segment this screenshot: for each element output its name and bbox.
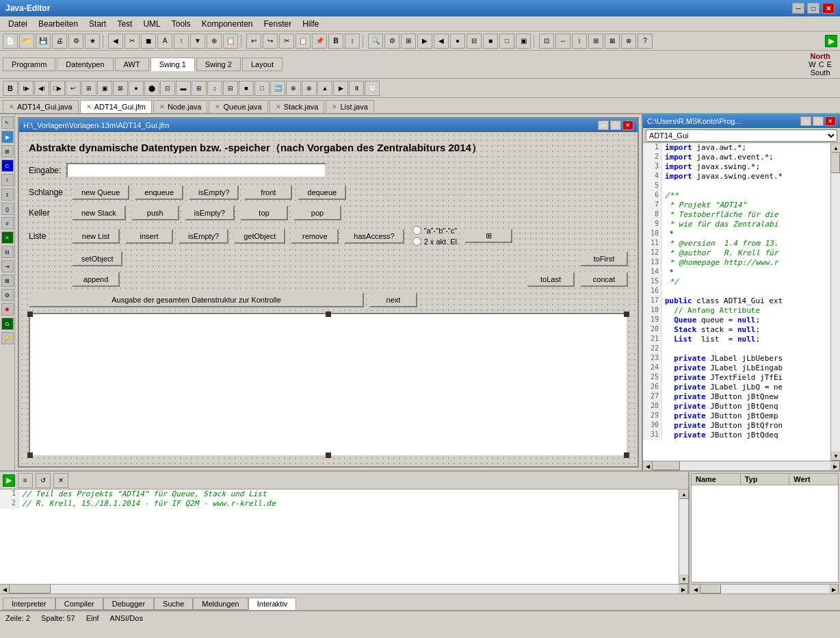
- sidebar-icon-10[interactable]: G: [1, 318, 14, 330]
- tb2-btn11[interactable]: ⊡: [160, 81, 175, 96]
- code-class-dropdown[interactable]: ADT14_Gui: [646, 129, 837, 142]
- tb2-btn20[interactable]: ⊗: [302, 81, 317, 96]
- tb2-btn16[interactable]: ■: [239, 81, 254, 96]
- tb-paste[interactable]: 📌: [312, 34, 327, 49]
- file-tab-list[interactable]: ✕ List.java: [326, 100, 373, 113]
- bottom-tb1[interactable]: ≡: [18, 473, 33, 488]
- menu-test[interactable]: Test: [111, 18, 137, 30]
- sidebar-icon-indent[interactable]: ⇥: [1, 260, 14, 272]
- tb-btn13[interactable]: 📋: [223, 34, 238, 49]
- code-scrollbar-v[interactable]: ▲ ▼: [830, 143, 840, 461]
- tb-save[interactable]: 💾: [36, 34, 51, 49]
- tb2-btn12[interactable]: ▬: [176, 81, 191, 96]
- btn-front[interactable]: front: [244, 185, 292, 200]
- scroll-right-btn[interactable]: ▶: [830, 461, 840, 470]
- comp-tab-layout[interactable]: Layout: [242, 58, 283, 71]
- tb-copy[interactable]: 📋: [296, 34, 311, 49]
- sidebar-icon-3[interactable]: C: [1, 160, 14, 172]
- tb-btn15[interactable]: ↪: [263, 34, 278, 49]
- resize-handle-b[interactable]: [326, 452, 331, 458]
- tb-btn12[interactable]: ⊕: [207, 34, 222, 49]
- btn-tolast[interactable]: toLast: [527, 272, 575, 287]
- tb2-btn9[interactable]: ●: [129, 81, 144, 96]
- tab-close-3[interactable]: ✕: [159, 103, 165, 110]
- tb-btn32[interactable]: ⊗: [621, 34, 636, 49]
- bottom-scroll-up[interactable]: ▲: [679, 489, 689, 499]
- sidebar-icon-9[interactable]: ⊠: [1, 275, 14, 287]
- btn-push[interactable]: push: [131, 205, 179, 220]
- btn-grid[interactable]: ⊞: [464, 229, 512, 243]
- menu-hilfe[interactable]: Hilfe: [297, 18, 324, 30]
- tb2-btn1[interactable]: B: [3, 81, 18, 96]
- resize-handle-tr[interactable]: [624, 311, 629, 317]
- bottom-tb2[interactable]: ↺: [36, 473, 51, 488]
- tab-debugger[interactable]: Debugger: [103, 598, 154, 610]
- sidebar-icon-11[interactable]: 🔑: [1, 332, 14, 344]
- eingabe-input[interactable]: [66, 163, 326, 178]
- sidebar-icon-arrow[interactable]: ↖: [1, 116, 14, 129]
- btn-pop[interactable]: pop: [293, 205, 341, 220]
- tb2-btn10[interactable]: ⬤: [144, 81, 159, 96]
- sidebar-icon-gear[interactable]: ⚙: [1, 289, 14, 301]
- btn-hasaccess[interactable]: hasAccess?: [344, 229, 404, 244]
- scroll-up-btn[interactable]: ▲: [831, 143, 840, 153]
- tb2-btn13[interactable]: ⊞: [192, 81, 207, 96]
- tb-btn3[interactable]: 🖨: [52, 34, 67, 49]
- tb-btn10[interactable]: ↑: [174, 34, 189, 49]
- btn-queue-isempty[interactable]: isEmpty?: [189, 185, 239, 200]
- menu-bearbeiten[interactable]: Bearbeiten: [33, 18, 83, 30]
- bottom-scroll-right[interactable]: ▶: [679, 585, 688, 594]
- sidebar-icon-6[interactable]: {}: [1, 203, 14, 215]
- tb-cut[interactable]: ✂: [279, 34, 294, 49]
- form-close-btn[interactable]: ✕: [622, 120, 633, 130]
- maximize-button[interactable]: □: [807, 3, 819, 14]
- btn-setobject[interactable]: setObject: [72, 251, 122, 266]
- tab-close-5[interactable]: ✕: [276, 103, 281, 110]
- comp-tab-programm[interactable]: Programm: [3, 58, 55, 71]
- tb-btn17[interactable]: 🔍: [368, 34, 383, 49]
- comp-tab-swing1[interactable]: Swing 1: [150, 58, 195, 71]
- sidebar-icon-5[interactable]: 1: [1, 188, 14, 201]
- btn-insert[interactable]: insert: [125, 229, 173, 244]
- bottom-run-btn[interactable]: ▶: [3, 474, 15, 487]
- tb-btn19[interactable]: ⊞: [401, 34, 416, 49]
- radio-abc[interactable]: [412, 226, 421, 235]
- btn-concat[interactable]: concat: [580, 272, 628, 287]
- tb2-btn4[interactable]: □▶: [50, 81, 65, 96]
- code-maximize-btn[interactable]: □: [813, 116, 824, 126]
- comp-tab-awt[interactable]: AWT: [115, 58, 149, 71]
- scroll-thumb-h[interactable]: [653, 461, 680, 470]
- btn-remove[interactable]: remove: [291, 229, 339, 244]
- resize-handle-bl[interactable]: [27, 452, 33, 458]
- tab-meldungen[interactable]: Meldungen: [193, 598, 248, 610]
- tb-btn27[interactable]: ⊡: [539, 34, 554, 49]
- tb2-btn22[interactable]: ▶: [333, 81, 348, 96]
- tb-btn29[interactable]: ↕: [572, 34, 587, 49]
- tb-btn7[interactable]: ✂: [124, 34, 140, 49]
- sidebar-icon-star[interactable]: ✱: [1, 303, 14, 316]
- menu-start[interactable]: Start: [83, 18, 111, 30]
- file-tab-gui-java[interactable]: ✕ ADT14_Gui.java: [3, 100, 79, 113]
- minimize-button[interactable]: ─: [792, 3, 804, 14]
- btn-list-isempty[interactable]: isEmpty?: [179, 229, 228, 244]
- tb2-btn14[interactable]: ↕: [207, 81, 222, 96]
- tab-interpreter[interactable]: Interpreter: [3, 598, 55, 610]
- file-tab-stack[interactable]: ✕ Stack.java: [270, 100, 325, 113]
- tb-btn18[interactable]: ⚙: [384, 34, 399, 49]
- btn-enqueue[interactable]: enqueue: [135, 185, 183, 200]
- run-button[interactable]: ▶: [825, 35, 837, 47]
- bottom-code-area[interactable]: 1// Teil des Projekts "ADT14" für Queue,…: [0, 489, 679, 584]
- tb2-btn18[interactable]: 🔤: [270, 81, 285, 96]
- code-minimize-btn[interactable]: ─: [800, 116, 811, 126]
- menu-uml[interactable]: UML: [137, 18, 166, 30]
- tab-close-6[interactable]: ✕: [332, 103, 337, 110]
- btn-next[interactable]: next: [369, 292, 417, 307]
- close-button[interactable]: ✕: [822, 3, 835, 14]
- code-close-btn[interactable]: ✕: [825, 116, 836, 126]
- sidebar-icon-8[interactable]: ⊟: [1, 246, 14, 258]
- bottom-scroll-down[interactable]: ▼: [679, 574, 689, 584]
- tb-btn8[interactable]: ◼: [141, 34, 156, 49]
- btn-getobject[interactable]: getObject: [234, 229, 285, 244]
- sidebar-icon-4[interactable]: T: [1, 174, 14, 186]
- tb2-btn17[interactable]: □: [254, 81, 270, 96]
